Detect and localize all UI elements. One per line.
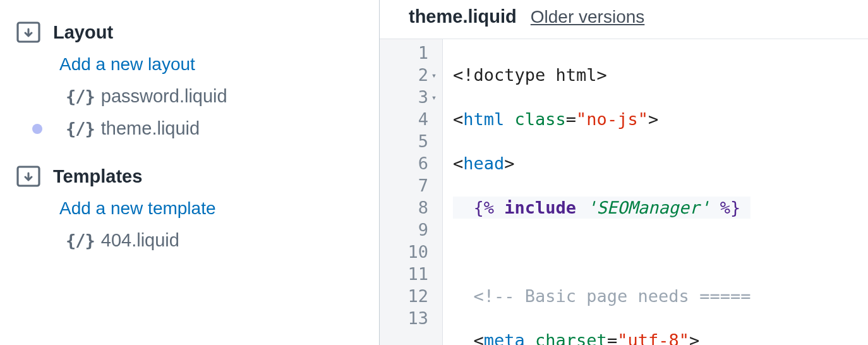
fold-icon: ▾: [430, 71, 438, 80]
code-line: <!doctype html>: [453, 64, 750, 86]
fold-icon: ▾: [430, 93, 438, 102]
liquid-file-icon: {/}: [66, 87, 95, 106]
liquid-file-icon: {/}: [66, 231, 95, 250]
code-editor-panel: theme.liquid Older versions 1 2▾ 3▾ 4 5 …: [379, 0, 868, 345]
older-versions-link[interactable]: Older versions: [531, 7, 645, 27]
templates-section: Templates Add a new template {/} 404.liq…: [16, 166, 379, 251]
templates-section-title: Templates: [53, 166, 142, 187]
code-area[interactable]: 1 2▾ 3▾ 4 5 6 7 8 9 10 11 12 13 <!doctyp…: [380, 39, 868, 345]
layout-section-header[interactable]: Layout: [16, 21, 379, 43]
folder-icon: [16, 21, 40, 43]
line-number-gutter: 1 2▾ 3▾ 4 5 6 7 8 9 10 11 12 13: [380, 39, 443, 345]
active-file-dot-icon: [32, 124, 42, 134]
templates-section-header[interactable]: Templates: [16, 166, 379, 187]
code-line: <head>: [453, 152, 750, 174]
liquid-file-icon: {/}: [66, 119, 95, 138]
file-404-liquid[interactable]: {/} 404.liquid: [59, 230, 379, 251]
file-password-liquid[interactable]: {/} password.liquid: [59, 86, 379, 107]
folder-icon: [16, 166, 40, 187]
add-layout-link[interactable]: Add a new layout: [59, 54, 379, 75]
file-theme-liquid[interactable]: {/} theme.liquid: [59, 118, 379, 139]
add-template-link[interactable]: Add a new template: [59, 198, 379, 219]
code-line: <meta charset="utf-8">: [453, 329, 750, 345]
code-content[interactable]: <!doctype html> <html class="no-js"> <he…: [443, 39, 750, 345]
code-line: [453, 241, 750, 263]
layout-section-title: Layout: [53, 22, 113, 43]
editor-header: theme.liquid Older versions: [380, 0, 868, 39]
file-label: password.liquid: [101, 86, 227, 107]
layout-section: Layout Add a new layout {/} password.liq…: [16, 21, 379, 139]
code-line: <html class="no-js">: [453, 108, 750, 130]
file-label: 404.liquid: [101, 230, 179, 251]
file-label: theme.liquid: [101, 118, 200, 139]
code-line: {% include 'SEOManager' %}: [453, 197, 750, 219]
editor-filename: theme.liquid: [409, 6, 517, 27]
code-line: <!-- Basic page needs =====: [453, 285, 750, 307]
file-tree-sidebar: Layout Add a new layout {/} password.liq…: [0, 0, 379, 345]
